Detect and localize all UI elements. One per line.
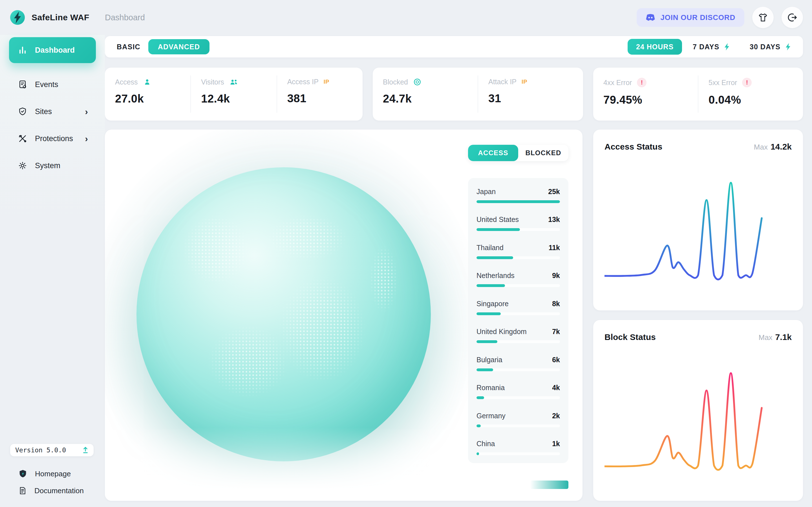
bar-chart-icon [17, 45, 28, 56]
stat-visitors: Visitors 12.4k [190, 75, 276, 113]
stats-row: Access 27.0k Visitors 12.4k [105, 68, 803, 121]
homepage-link[interactable]: Homepage [0, 465, 105, 482]
country-bar-fill [476, 200, 560, 203]
country-name: Thailand [476, 244, 504, 252]
stat-4xx-error: 4xx Error ! 79.45% [593, 75, 698, 113]
country-name: Bulgaria [476, 356, 502, 364]
sidebar: Dashboard Events Sites › [0, 35, 105, 507]
stat-label: 4xx Error [603, 78, 632, 87]
country-bar-fill [476, 256, 513, 259]
country-name: United Kingdom [476, 328, 527, 336]
country-value: 11k [549, 244, 560, 252]
max-value: 7.1k [775, 332, 792, 342]
tab-advanced[interactable]: ADVANCED [148, 39, 209, 54]
stat-value: 0.04% [709, 94, 799, 106]
country-bar-track [476, 313, 560, 315]
update-arrow-icon [82, 447, 89, 453]
join-discord-button[interactable]: JOIN OUR DISCORD [637, 8, 744, 27]
user-icon [143, 78, 151, 86]
country-name: Japan [476, 187, 496, 196]
sidebar-item-label: System [35, 161, 60, 170]
error-stats-card: 4xx Error ! 79.45% 5xx Error ! 0.04% [593, 68, 803, 121]
document-icon [18, 486, 27, 495]
chevron-right-icon: › [85, 107, 88, 116]
documentation-label: Documentation [35, 487, 84, 495]
world-traffic-card: ACCESS BLOCKED Japan25k United States13k… [105, 129, 582, 501]
logout-icon [787, 12, 798, 23]
sidebar-item-events[interactable]: Events [9, 73, 96, 96]
panel-title: Block Status [605, 332, 656, 342]
country-bar-fill [476, 369, 493, 371]
country-value: 7k [552, 328, 560, 336]
country-row: Germany2k [476, 412, 560, 427]
stat-value: 79.45% [603, 94, 693, 106]
stat-value: 24.7k [383, 93, 473, 105]
merch-button[interactable] [752, 7, 774, 28]
stat-value: 12.4k [201, 93, 272, 105]
homepage-label: Homepage [35, 469, 71, 478]
access-status-chart [605, 171, 792, 289]
tshirt-icon [758, 12, 768, 23]
tab-30-days-label: 30 DAYS [750, 43, 780, 51]
globe-visualization [137, 167, 431, 461]
tab-basic[interactable]: BASIC [117, 43, 148, 51]
target-icon [413, 78, 421, 86]
tab-24-hours[interactable]: 24 HOURS [627, 39, 682, 55]
country-name: Romania [476, 384, 505, 392]
access-stats-card: Access 27.0k Visitors 12.4k [105, 68, 363, 121]
stat-value: 27.0k [115, 93, 186, 105]
stat-label: Access [115, 78, 138, 86]
country-bar-track [476, 228, 560, 231]
country-row: Bulgaria6k [476, 356, 560, 371]
discord-button-label: JOIN OUR DISCORD [660, 13, 735, 22]
alert-icon: ! [742, 78, 752, 87]
country-bar-fill [476, 228, 520, 231]
bolt-icon [723, 43, 730, 51]
sidebar-item-protections[interactable]: Protections › [9, 127, 96, 150]
country-ranking-panel: Japan25k United States13k Thailand11k Ne… [468, 178, 568, 463]
stat-label: Visitors [201, 78, 224, 86]
country-value: 9k [552, 272, 560, 280]
country-row: China1k [476, 440, 560, 455]
breadcrumb: Dashboard [105, 13, 145, 22]
country-name: Germany [476, 412, 506, 420]
sidebar-item-system[interactable]: System [9, 154, 96, 177]
country-bar-track [476, 369, 560, 371]
tab-access[interactable]: ACCESS [468, 145, 518, 161]
version-badge[interactable]: Version 5.0.0 [10, 444, 94, 456]
safeline-logo-icon [9, 9, 26, 26]
users-icon [229, 78, 238, 86]
sidebar-item-sites[interactable]: Sites › [9, 100, 96, 123]
country-row: Romania4k [476, 384, 560, 399]
logout-button[interactable] [781, 7, 803, 28]
tab-7-days[interactable]: 7 DAYS [684, 39, 739, 55]
density-gradient-legend [530, 481, 568, 489]
country-name: Singapore [476, 300, 509, 308]
country-bar-track [476, 200, 560, 203]
country-row: Netherlands9k [476, 272, 560, 287]
globe-mode-toggle: ACCESS BLOCKED [468, 145, 568, 161]
sidebar-item-label: Dashboard [35, 46, 75, 55]
stat-value: 31 [488, 92, 578, 105]
stat-value: 381 [287, 92, 358, 105]
stat-label: 5xx Error [709, 78, 737, 87]
country-bar-fill [476, 452, 479, 455]
view-toolbar: BASIC ADVANCED 24 HOURS 7 DAYS 30 DAYS [105, 36, 803, 57]
tab-30-days[interactable]: 30 DAYS [741, 39, 800, 55]
block-status-chart [605, 361, 792, 479]
country-name: China [476, 440, 495, 448]
sidebar-item-dashboard[interactable]: Dashboard [9, 37, 96, 63]
globe-fade [105, 428, 477, 501]
alert-icon: ! [637, 78, 647, 87]
access-status-card: Access Status Max 14.2k [593, 129, 803, 311]
topbar: SafeLine WAF Dashboard JOIN OUR DISCORD [0, 0, 812, 35]
country-bar-track [476, 425, 560, 427]
block-status-card: Block Status Max 7.1k [593, 320, 803, 501]
app-title: SafeLine WAF [32, 13, 89, 22]
tab-blocked[interactable]: BLOCKED [518, 145, 568, 161]
max-label: Max [754, 143, 768, 152]
documentation-link[interactable]: Documentation [0, 482, 105, 499]
country-value: 25k [548, 187, 560, 196]
country-bar-track [476, 340, 560, 343]
stat-label: Access IP [287, 78, 319, 86]
